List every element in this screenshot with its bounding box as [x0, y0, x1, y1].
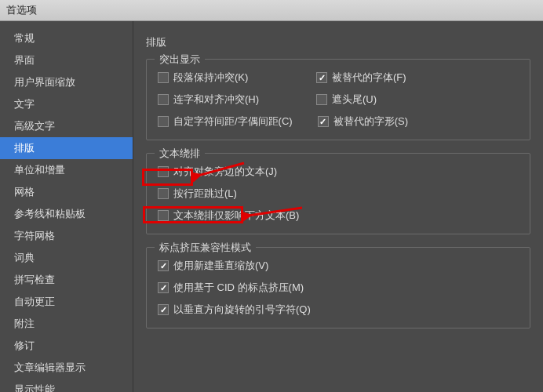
group-highlight-title: 突出显示: [155, 53, 205, 67]
highlight-ck-0-0-label: 段落保持冲突(K): [173, 71, 248, 85]
textwrap-ck-2-label: 文本绕排仅影响下方文本(B): [173, 209, 299, 223]
highlight-ck-2-0-label: 自定字符间距/字偶间距(C): [173, 114, 293, 129]
highlight-ck-1-1[interactable]: 遮头尾(U): [316, 93, 450, 107]
sidebar-item-16[interactable]: 显示性能: [0, 379, 133, 392]
highlight-ck-0-1[interactable]: 被替代的字体(F): [316, 71, 450, 85]
window-title: 首选项: [0, 0, 543, 21]
highlight-ck-0-0[interactable]: 段落保持冲突(K): [158, 71, 291, 85]
group-punct: 标点挤压兼容性模式 使用新建垂直缩放(V)使用基于 CID 的标点挤压(M)以垂…: [146, 247, 530, 328]
sidebar-item-12[interactable]: 自动更正: [0, 291, 133, 313]
sidebar-item-0[interactable]: 常规: [0, 27, 133, 49]
punct-ck-0[interactable]: 使用新建垂直缩放(V): [158, 259, 291, 273]
group-textwrap: 文本绕排 对齐对象旁边的文本(J)按行距跳过(L)文本绕排仅影响下方文本(B): [146, 153, 530, 234]
sidebar-item-11[interactable]: 拼写检查: [0, 269, 133, 291]
sidebar-item-1[interactable]: 界面: [0, 49, 133, 71]
textwrap-ck-0-box[interactable]: [158, 166, 169, 177]
highlight-ck-0-1-box[interactable]: [316, 72, 327, 83]
punct-ck-2[interactable]: 以垂直方向旋转的引号字符(Q): [158, 303, 311, 317]
sidebar: 常规界面用户界面缩放文字高级文字排版单位和增量网格参考线和粘贴板字符网格词典拼写…: [0, 21, 133, 392]
punct-ck-0-box[interactable]: [158, 260, 169, 271]
textwrap-ck-2-box[interactable]: [158, 210, 169, 221]
textwrap-ck-1-box[interactable]: [158, 188, 169, 199]
sidebar-item-7[interactable]: 网格: [0, 181, 133, 203]
punct-ck-0-label: 使用新建垂直缩放(V): [173, 259, 268, 273]
group-highlight: 突出显示 段落保持冲突(K)被替代的字体(F)连字和对齐冲突(H)遮头尾(U)自…: [146, 59, 530, 140]
highlight-ck-1-0[interactable]: 连字和对齐冲突(H): [158, 93, 291, 107]
sidebar-item-8[interactable]: 参考线和粘贴板: [0, 203, 133, 225]
punct-ck-1-box[interactable]: [158, 282, 169, 293]
highlight-ck-2-1-label: 被替代的字形(S): [333, 114, 408, 129]
highlight-ck-0-1-label: 被替代的字体(F): [332, 71, 406, 85]
group-textwrap-title: 文本绕排: [155, 147, 205, 161]
textwrap-ck-2[interactable]: 文本绕排仅影响下方文本(B): [158, 209, 299, 223]
highlight-ck-1-1-label: 遮头尾(U): [332, 93, 377, 107]
highlight-ck-1-0-box[interactable]: [158, 94, 169, 105]
sidebar-item-9[interactable]: 字符网格: [0, 225, 133, 247]
sidebar-item-5[interactable]: 排版: [0, 137, 133, 159]
sidebar-item-2[interactable]: 用户界面缩放: [0, 71, 133, 93]
textwrap-ck-0-label: 对齐对象旁边的文本(J): [173, 165, 277, 179]
textwrap-ck-0[interactable]: 对齐对象旁边的文本(J): [158, 165, 291, 179]
page-title: 排版: [146, 35, 530, 49]
sidebar-item-10[interactable]: 词典: [0, 247, 133, 269]
sidebar-item-14[interactable]: 修订: [0, 335, 133, 357]
highlight-ck-2-0[interactable]: 自定字符间距/字偶间距(C): [158, 114, 293, 129]
main-panel: 排版 突出显示 段落保持冲突(K)被替代的字体(F)连字和对齐冲突(H)遮头尾(…: [133, 21, 543, 392]
punct-ck-1-label: 使用基于 CID 的标点挤压(M): [173, 281, 304, 295]
textwrap-ck-1[interactable]: 按行距跳过(L): [158, 187, 291, 201]
sidebar-item-3[interactable]: 文字: [0, 93, 133, 115]
sidebar-item-13[interactable]: 附注: [0, 313, 133, 335]
highlight-ck-1-0-label: 连字和对齐冲突(H): [173, 93, 259, 107]
highlight-ck-2-1-box[interactable]: [318, 116, 329, 127]
sidebar-item-15[interactable]: 文章编辑器显示: [0, 357, 133, 379]
group-punct-title: 标点挤压兼容性模式: [155, 241, 256, 255]
punct-ck-2-box[interactable]: [158, 304, 169, 315]
punct-ck-2-label: 以垂直方向旋转的引号字符(Q): [173, 303, 311, 317]
punct-ck-1[interactable]: 使用基于 CID 的标点挤压(M): [158, 281, 304, 295]
sidebar-item-4[interactable]: 高级文字: [0, 115, 133, 137]
highlight-ck-1-1-box[interactable]: [316, 94, 327, 105]
highlight-ck-2-0-box[interactable]: [158, 116, 169, 127]
sidebar-item-6[interactable]: 单位和增量: [0, 159, 133, 181]
highlight-ck-0-0-box[interactable]: [158, 72, 169, 83]
highlight-ck-2-1[interactable]: 被替代的字形(S): [318, 114, 451, 129]
textwrap-ck-1-label: 按行距跳过(L): [173, 187, 237, 201]
